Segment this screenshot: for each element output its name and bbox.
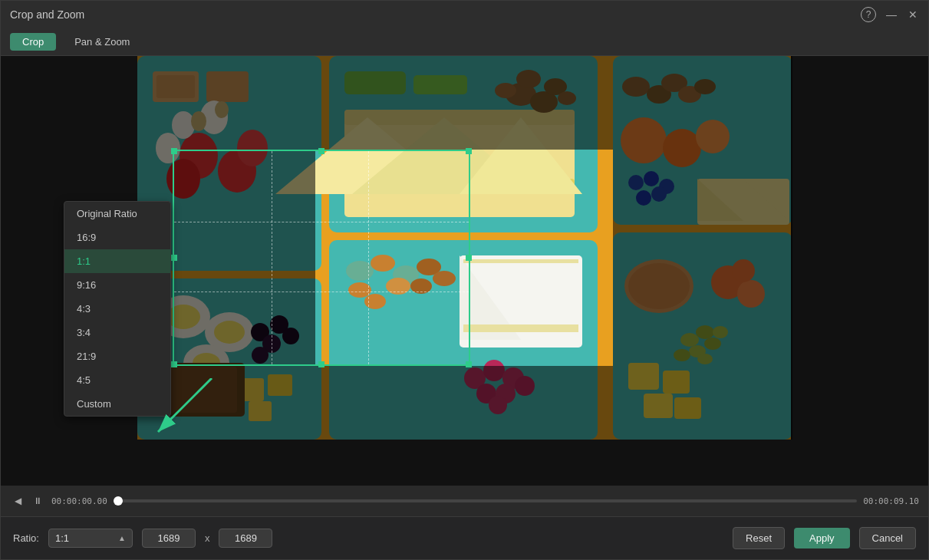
- svg-rect-97: [644, 394, 673, 418]
- tab-crop[interactable]: Crop: [10, 33, 56, 51]
- help-button[interactable]: ?: [861, 7, 876, 22]
- ratio-label: Ratio:: [13, 532, 39, 544]
- play-pause-button[interactable]: ⏸: [30, 493, 45, 509]
- svg-point-13: [215, 101, 229, 118]
- svg-rect-96: [663, 371, 690, 394]
- svg-point-64: [346, 261, 374, 281]
- svg-rect-77: [463, 324, 578, 332]
- dropdown-item-4[interactable]: 4:3: [64, 297, 170, 321]
- ratio-value: 1:1: [55, 532, 114, 544]
- window-title: Crop and Zoom: [10, 8, 84, 21]
- svg-point-60: [252, 347, 268, 364]
- minimize-button[interactable]: —: [885, 8, 898, 21]
- svg-point-89: [696, 325, 714, 339]
- svg-point-37: [696, 120, 730, 153]
- dropdown-item-0[interactable]: Original Ratio: [64, 202, 170, 226]
- dropdown-item-8[interactable]: Custom: [64, 392, 170, 416]
- apply-button[interactable]: Apply: [794, 528, 850, 548]
- svg-point-48: [166, 305, 200, 329]
- svg-point-8: [237, 130, 268, 166]
- svg-point-94: [697, 354, 713, 364]
- dropdown-item-1[interactable]: 16:9: [64, 226, 170, 249]
- width-input[interactable]: [142, 529, 196, 548]
- svg-point-30: [622, 77, 650, 97]
- ratio-dropdown-menu: Original Ratio16:91:19:164:33:421:94:5Cu…: [64, 201, 171, 417]
- right-black-bar: [791, 56, 928, 440]
- svg-point-59: [282, 328, 299, 344]
- svg-rect-98: [674, 397, 701, 419]
- svg-rect-3: [156, 75, 195, 98]
- reset-button[interactable]: Reset: [733, 527, 785, 549]
- svg-point-35: [621, 117, 667, 163]
- title-bar-left: Crop and Zoom: [10, 8, 84, 21]
- cancel-button[interactable]: Cancel: [859, 527, 916, 549]
- svg-point-93: [674, 349, 690, 361]
- dimension-separator: x: [205, 532, 210, 544]
- main-area: Original Ratio16:91:19:164:33:421:94:5Cu…: [1, 56, 928, 516]
- svg-point-87: [628, 263, 690, 309]
- svg-point-10: [172, 111, 195, 139]
- video-area: Original Ratio16:91:19:164:33:421:94:5Cu…: [1, 56, 928, 486]
- dropdown-item-6[interactable]: 21:9: [64, 344, 170, 368]
- svg-point-26: [495, 83, 516, 98]
- svg-point-72: [410, 278, 432, 294]
- timeline-end-time: 00:00:09.10: [863, 496, 919, 506]
- dropdown-item-2[interactable]: 1:1: [64, 249, 170, 273]
- tab-pan-zoom[interactable]: Pan & Zoom: [62, 33, 142, 51]
- svg-point-34: [694, 79, 716, 94]
- title-bar-controls: ? — ✕: [861, 7, 919, 22]
- title-bar: Crop and Zoom ? — ✕: [1, 1, 928, 28]
- svg-point-65: [371, 255, 395, 272]
- svg-point-83: [515, 376, 535, 396]
- svg-point-39: [644, 171, 659, 186]
- ratio-selector[interactable]: 1:1 ▲: [48, 529, 133, 548]
- svg-point-92: [713, 326, 728, 338]
- height-input[interactable]: [219, 529, 272, 548]
- dropdown-item-7[interactable]: 4:5: [64, 368, 170, 392]
- svg-point-101: [732, 259, 755, 282]
- svg-point-25: [516, 70, 541, 88]
- svg-point-100: [737, 280, 765, 308]
- close-button[interactable]: ✕: [907, 8, 919, 21]
- svg-rect-55: [249, 401, 272, 421]
- svg-rect-62: [160, 367, 237, 413]
- timeline: ◀ ⏸ 00:00:00.00 00:00:09.10: [1, 486, 928, 516]
- prev-frame-button[interactable]: ◀: [10, 493, 25, 509]
- svg-point-68: [386, 278, 410, 295]
- svg-point-50: [214, 321, 245, 344]
- timeline-current-time: 00:00:00.00: [51, 496, 107, 506]
- svg-point-67: [348, 282, 371, 298]
- tab-bar: Crop Pan & Zoom: [1, 28, 928, 56]
- svg-rect-4: [206, 71, 249, 102]
- dropdown-item-3[interactable]: 9:16: [64, 273, 170, 297]
- svg-rect-76: [463, 259, 578, 263]
- svg-rect-95: [628, 363, 659, 390]
- svg-point-91: [704, 338, 721, 350]
- svg-point-38: [628, 175, 644, 190]
- timeline-controls: ◀ ⏸: [10, 493, 45, 509]
- svg-point-41: [636, 190, 651, 206]
- svg-point-69: [364, 294, 386, 309]
- svg-point-71: [433, 271, 456, 286]
- svg-rect-16: [413, 75, 467, 94]
- svg-point-7: [166, 159, 200, 199]
- svg-rect-15: [344, 71, 406, 94]
- svg-point-11: [156, 133, 180, 163]
- timeline-scrubber[interactable]: [114, 499, 857, 502]
- chevron-down-icon: ▲: [118, 534, 126, 542]
- svg-point-79: [483, 360, 505, 381]
- bottom-bar: Ratio: 1:1 ▲ x Reset Apply Cancel: [1, 516, 928, 559]
- svg-point-42: [651, 186, 667, 202]
- dropdown-item-5[interactable]: 3:4: [64, 321, 170, 344]
- svg-point-12: [191, 111, 206, 131]
- crop-zoom-window: Crop and Zoom ? — ✕ Crop Pan & Zoom: [0, 0, 929, 560]
- timeline-playhead[interactable]: [114, 496, 123, 506]
- svg-point-36: [663, 129, 701, 167]
- svg-rect-54: [268, 374, 292, 396]
- svg-point-88: [680, 333, 699, 347]
- svg-point-28: [558, 91, 576, 105]
- video-preview: [137, 56, 792, 440]
- svg-point-84: [489, 396, 507, 414]
